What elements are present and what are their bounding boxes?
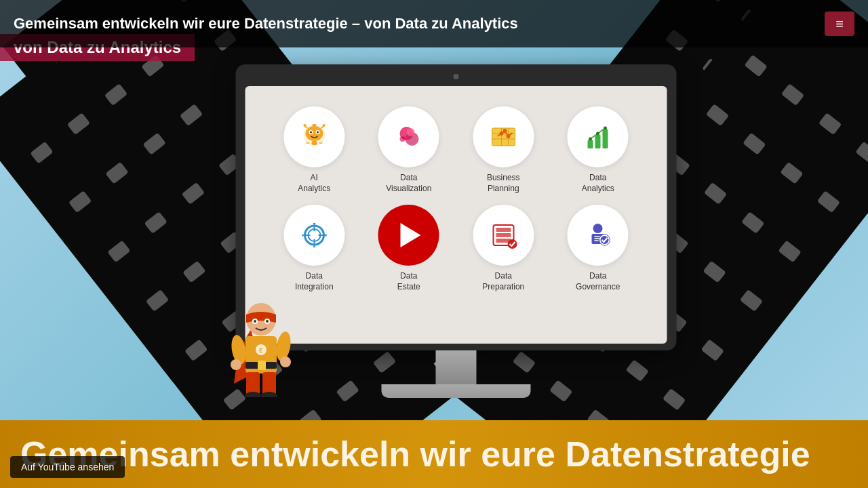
svg-rect-6 bbox=[312, 124, 316, 127]
icon-ai-analytics: AIAnalytics bbox=[273, 106, 357, 194]
svg-rect-26 bbox=[588, 140, 593, 148]
data-integration-circle bbox=[283, 205, 344, 266]
ai-analytics-circle bbox=[283, 106, 344, 167]
monitor-wrap: AIAnalytics DataVisualization bbox=[236, 64, 677, 398]
svg-rect-28 bbox=[603, 129, 608, 148]
data-preparation-icon bbox=[486, 218, 520, 252]
icon-data-preparation: DataPreparation bbox=[462, 205, 546, 292]
svg-point-31 bbox=[604, 127, 607, 130]
monitor-camera bbox=[454, 74, 459, 79]
bottom-text: Gemeinsam entwickeln wir eure Datenstrat… bbox=[20, 434, 810, 474]
icon-data-governance: DataGovernance bbox=[556, 205, 640, 292]
business-planning-icon bbox=[486, 120, 520, 154]
icon-business-planning: BusinessPlanning bbox=[462, 106, 546, 194]
svg-rect-11 bbox=[311, 141, 317, 145]
svg-point-61 bbox=[266, 320, 269, 323]
data-preparation-circle bbox=[473, 205, 534, 266]
monitor-body: AIAnalytics DataVisualization bbox=[236, 64, 677, 350]
svg-point-16 bbox=[407, 128, 415, 136]
cta-button[interactable]: Auf YouTube ansehen bbox=[10, 456, 125, 478]
header-title: Gemeinsam entwickeln wir eure Datenstrat… bbox=[14, 15, 825, 33]
data-visualization-icon bbox=[392, 120, 426, 154]
svg-point-47 bbox=[593, 224, 603, 233]
svg-rect-44 bbox=[496, 233, 511, 237]
data-analytics-icon bbox=[581, 120, 615, 154]
bottom-bar: Gemeinsam entwickeln wir eure Datenstrat… bbox=[0, 420, 868, 488]
data-analytics-circle bbox=[568, 106, 629, 167]
svg-rect-43 bbox=[496, 228, 511, 232]
svg-point-60 bbox=[254, 320, 256, 323]
svg-point-10 bbox=[322, 124, 325, 127]
svg-rect-56 bbox=[258, 361, 266, 370]
icon-data-visualization: DataVisualization bbox=[367, 106, 451, 194]
header-bar: Gemeinsam entwickeln wir eure Datenstrat… bbox=[0, 0, 868, 47]
business-planning-circle bbox=[473, 106, 534, 167]
icon-data-estate[interactable]: DataEstate bbox=[367, 205, 451, 292]
ai-analytics-icon bbox=[297, 120, 331, 154]
monitor-screen: AIAnalytics DataVisualization bbox=[245, 86, 667, 344]
header-logo: ≡ bbox=[825, 12, 854, 36]
svg-point-30 bbox=[596, 132, 599, 136]
svg-point-65 bbox=[280, 357, 291, 367]
data-preparation-label: DataPreparation bbox=[482, 271, 524, 292]
svg-point-46 bbox=[507, 239, 517, 249]
svg-point-1 bbox=[305, 126, 323, 141]
data-visualization-label: DataVisualization bbox=[386, 173, 431, 194]
svg-point-29 bbox=[589, 138, 592, 141]
svg-rect-27 bbox=[595, 135, 601, 148]
svg-point-4 bbox=[310, 131, 312, 134]
svg-point-9 bbox=[303, 124, 306, 127]
icon-data-analytics: DataAnalytics bbox=[556, 106, 640, 194]
ai-analytics-label: AIAnalytics bbox=[298, 173, 330, 194]
data-governance-circle bbox=[568, 205, 629, 266]
svg-point-50 bbox=[601, 236, 609, 244]
monitor-stand-base bbox=[382, 384, 531, 398]
monitor-stand-neck bbox=[436, 350, 477, 384]
svg-text:E: E bbox=[259, 347, 263, 354]
data-analytics-label: DataAnalytics bbox=[582, 173, 614, 194]
superhero-svg: E bbox=[224, 289, 298, 397]
data-integration-icon bbox=[297, 218, 331, 252]
svg-point-64 bbox=[231, 359, 241, 370]
play-button-circle[interactable] bbox=[378, 205, 439, 266]
data-integration-label: DataIntegration bbox=[295, 271, 334, 292]
svg-point-17 bbox=[400, 136, 406, 142]
icon-data-integration: DataIntegration bbox=[273, 205, 357, 292]
data-governance-label: DataGovernance bbox=[576, 271, 620, 292]
play-triangle-icon bbox=[401, 223, 421, 247]
svg-point-5 bbox=[317, 131, 319, 134]
superhero-character: E bbox=[224, 289, 298, 410]
icons-grid: AIAnalytics DataVisualization bbox=[259, 100, 654, 299]
data-governance-icon bbox=[581, 218, 615, 252]
business-planning-label: BusinessPlanning bbox=[487, 173, 520, 194]
data-estate-label: DataEstate bbox=[397, 271, 420, 292]
data-visualization-circle bbox=[378, 106, 439, 167]
